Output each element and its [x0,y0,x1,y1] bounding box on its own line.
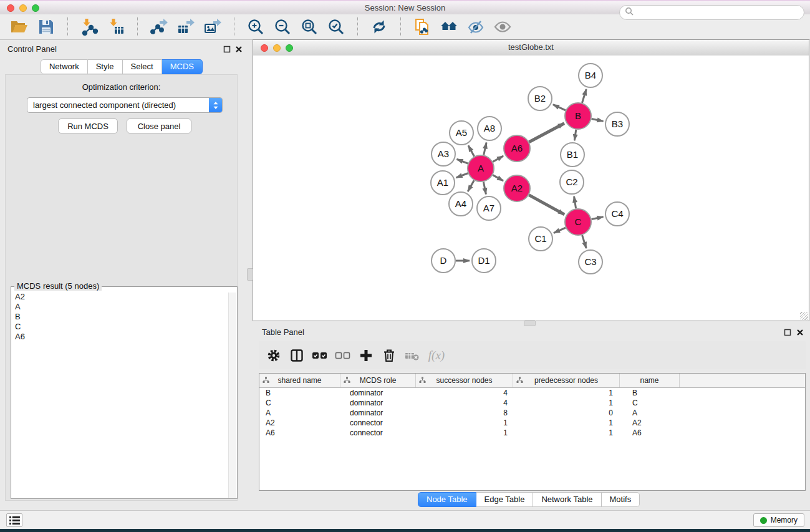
cell-name[interactable]: B [620,389,680,397]
tab-edge-table[interactable]: Edge Table [476,492,534,507]
result-scrollbar[interactable] [228,293,236,498]
horizontal-splitter-handle[interactable] [524,320,536,326]
column-header-successor-nodes[interactable]: successor nodes [416,374,513,387]
cell-name[interactable]: A2 [620,418,680,427]
tab-node-table[interactable]: Node Table [418,492,476,507]
result-item[interactable]: A2 [15,292,228,302]
edge-A-A5[interactable] [468,145,475,156]
edge-B-B2[interactable] [553,105,566,110]
cell-shared-name[interactable]: A2 [259,418,340,427]
tab-select[interactable]: Select [123,59,162,74]
zoom-fit-button[interactable] [299,16,320,37]
select-all-button[interactable] [311,346,329,365]
search-box[interactable] [619,5,804,20]
import-network-button[interactable] [79,16,100,37]
result-item[interactable]: A6 [15,332,228,342]
export-table-button[interactable] [175,16,196,37]
edge-A-A6[interactable] [493,156,503,162]
task-history-button[interactable] [6,513,22,527]
export-image-button[interactable] [202,16,223,37]
gear-button[interactable] [265,346,282,365]
edge-A6-B[interactable] [529,123,564,142]
search-input[interactable] [637,7,799,18]
close-panel-button[interactable]: Close panel [127,118,191,133]
cell-name[interactable]: A [620,409,680,417]
result-item[interactable]: B [15,312,228,322]
cell-successor-nodes[interactable]: 8 [416,409,513,417]
tab-style[interactable]: Style [88,59,123,74]
column-header-MCDS-role[interactable]: MCDS role [340,374,416,387]
cell-MCDS-role[interactable]: dominator [340,409,416,417]
zoom-in-button[interactable] [245,16,266,37]
optimization-criterion-select[interactable]: largest connected component (directed) [27,97,223,113]
cell-successor-nodes[interactable]: 1 [416,428,513,437]
table-row[interactable]: A2connector11A2 [259,418,805,428]
control-panel-close-button[interactable] [234,45,243,54]
function-builder-button[interactable]: f(x) [427,346,444,365]
cell-shared-name[interactable]: A6 [259,428,340,437]
table-row[interactable]: A6connector11A6 [259,428,805,438]
resize-grip[interactable] [800,312,808,320]
control-panel-float-button[interactable] [223,45,231,54]
cell-predecessor-nodes[interactable]: 1 [513,428,620,437]
show-eye-button[interactable] [492,16,513,37]
cell-MCDS-role[interactable]: dominator [340,389,416,397]
edge-A-A7[interactable] [483,182,486,195]
tab-network-table[interactable]: Network Table [533,492,601,507]
tab-mcds[interactable]: MCDS [162,59,203,74]
edge-A-A1[interactable] [456,173,468,178]
table-row[interactable]: Cdominator41C [259,398,805,408]
cell-predecessor-nodes[interactable]: 1 [513,418,620,427]
edge-A-A3[interactable] [456,159,468,163]
cell-shared-name[interactable]: C [259,399,340,407]
network-graph[interactable]: AA1A2A3A4A5A6A7A8BB1B2B3B4CC1C2C3C4DD1 [253,56,809,321]
cell-MCDS-role[interactable]: connector [340,428,416,437]
tab-motifs[interactable]: Motifs [602,492,640,507]
edge-C-C4[interactable] [592,217,604,220]
cell-predecessor-nodes[interactable]: 1 [513,399,620,407]
vertical-splitter-handle[interactable] [247,268,253,281]
edge-A-A2[interactable] [493,175,503,181]
edge-C-C1[interactable] [554,228,566,233]
edge-A2-C[interactable] [529,195,564,215]
open-folder-button[interactable] [9,16,30,37]
add-column-button[interactable] [357,346,375,365]
tab-network[interactable]: Network [41,59,88,74]
edge-A-A8[interactable] [484,142,486,155]
edge-B-B3[interactable] [592,118,604,121]
table-panel-float-button[interactable] [783,328,792,337]
deselect-all-button[interactable] [334,346,352,365]
network-canvas[interactable]: AA1A2A3A4A5A6A7A8BB1B2B3B4CC1C2C3C4DD1 [253,56,809,321]
cell-shared-name[interactable]: A [259,409,340,417]
result-item[interactable]: A [15,302,228,312]
export-network-button[interactable] [148,16,170,37]
split-columns-button[interactable] [288,346,306,365]
cell-predecessor-nodes[interactable]: 1 [513,389,620,397]
hide-panel-button[interactable] [465,16,486,37]
zoom-out-button[interactable] [272,16,293,37]
cell-predecessor-nodes[interactable]: 0 [513,409,620,417]
table-row[interactable]: Adominator80A [259,408,805,418]
cell-shared-name[interactable]: B [259,389,340,397]
table-panel-close-button[interactable] [796,328,804,337]
cell-successor-nodes[interactable]: 4 [416,399,513,407]
table-row[interactable]: Bdominator41B [259,388,805,398]
cell-successor-nodes[interactable]: 4 [416,389,513,397]
memory-button[interactable]: Memory [753,513,804,527]
cell-successor-nodes[interactable]: 1 [416,418,513,427]
cell-name[interactable]: C [620,399,680,407]
edge-A-A4[interactable] [468,180,474,191]
delete-table-button[interactable] [403,346,421,365]
edge-C-C3[interactable] [582,235,587,248]
column-header-name[interactable]: name [620,374,680,387]
run-mcds-button[interactable]: Run MCDS [58,118,118,133]
column-header-predecessor-nodes[interactable]: predecessor nodes [513,374,620,387]
edge-B-B1[interactable] [574,130,576,140]
cell-name[interactable]: A6 [620,428,680,437]
import-table-button[interactable] [105,16,127,37]
duplicate-network-button[interactable] [412,16,433,37]
column-header-shared-name[interactable]: shared name [259,374,340,387]
delete-column-button[interactable] [380,346,398,365]
result-item[interactable]: C [15,322,228,332]
mcds-result-list[interactable]: A2ABCA6 [15,292,228,497]
